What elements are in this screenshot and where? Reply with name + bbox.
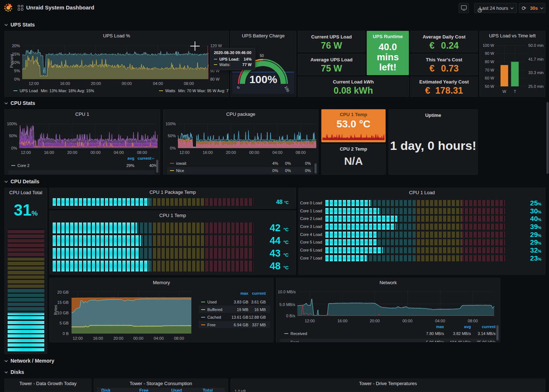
panel-cpu1-package-temp: CPU 1 Package Temp 48 °C	[49, 188, 296, 209]
panel-title[interactable]: CPU package	[174, 111, 307, 117]
legend-series-name[interactable]: iowait	[176, 161, 186, 166]
panel-ups-load: UPS Load % Percent 20% 15% 10% 5% 0% 120…	[4, 31, 229, 97]
stat-label[interactable]: Current Load kWh	[300, 79, 407, 85]
chevron-down-icon	[5, 23, 8, 26]
legend-series-name[interactable]: Free	[207, 323, 216, 327]
series-color-dash	[201, 309, 205, 310]
temp-bargauge	[53, 248, 253, 259]
panel-cpu2-temp: CPU 2 Temp N/A	[321, 144, 386, 175]
x-tick: 20:00	[65, 150, 80, 155]
gauge-tick: 100	[284, 85, 290, 93]
stat-label[interactable]: CPU 1 Temp	[323, 112, 384, 117]
stat-label[interactable]: Uptime	[390, 113, 476, 118]
panel-title[interactable]: CPU 1 Temp	[61, 213, 285, 218]
y-tick: 0%	[166, 146, 176, 150]
refresh-button[interactable]: ⟳	[519, 3, 529, 13]
legend-series-name[interactable]: Cached	[207, 315, 221, 319]
panel-drive-temperatures: Tower - Drive Temperatures 1.0 kB	[231, 379, 545, 392]
stat-label[interactable]: CPU 2 Temp	[323, 146, 384, 152]
panel-title[interactable]: CPU 1	[16, 111, 149, 117]
core-label: Core 0 Load	[299, 200, 322, 206]
panel-title[interactable]: Memory	[61, 280, 262, 285]
panel-current-load-kwh: Current Load kWh 0.08 kWh	[298, 77, 409, 97]
legend-series-name[interactable]: UPS Load	[20, 89, 38, 93]
legend-item: iowait	[170, 161, 186, 166]
stat-label[interactable]: Estimated Yearly Cost	[412, 79, 476, 85]
legend-series-name[interactable]: Used	[207, 300, 217, 304]
panel-title[interactable]: CPU 1 Load	[310, 190, 534, 195]
page-scrollbar[interactable]	[546, 102, 549, 174]
legend-series-name[interactable]: Watts	[165, 89, 175, 93]
apps-grid-icon[interactable]	[18, 5, 23, 11]
stat-label[interactable]: This Year's Cost	[412, 57, 476, 62]
legend-header-max[interactable]: max	[419, 324, 444, 329]
x-tick: 20:00	[89, 81, 103, 86]
refresh-interval-picker[interactable]: 30s	[529, 3, 545, 13]
core-value: 40%	[517, 216, 541, 223]
section-cpu-stats[interactable]: CPU Stats	[4, 100, 35, 106]
tv-mode-button[interactable]	[459, 3, 469, 13]
table-header-disk[interactable]: Disk	[101, 388, 116, 392]
table-header-used[interactable]: Used	[164, 388, 182, 392]
y-tick: 90 W	[480, 51, 494, 56]
legend-item: Cached	[201, 315, 221, 320]
panel-title[interactable]: CPU 1 Package Temp	[61, 189, 285, 195]
legend-scrollbar[interactable]	[156, 160, 158, 173]
dashboard-title[interactable]: Unraid System Dashboard	[26, 4, 94, 11]
core-load-bargauge	[325, 224, 505, 230]
stat-label[interactable]: Average Daily Cost	[412, 34, 476, 40]
legend-item: Nice	[170, 168, 184, 173]
panel-title[interactable]: Tower - Drive Temperatures	[242, 381, 534, 386]
legend-header-current[interactable]: current	[240, 291, 266, 296]
stat-label[interactable]: UPS Runtime	[369, 34, 407, 39]
legend-current-value: 25.06 kB/s	[470, 340, 496, 342]
legend-header-avg[interactable]: avg	[110, 156, 134, 161]
y-tick: 60 W	[480, 76, 494, 80]
legend-series-name[interactable]: Received	[290, 331, 307, 336]
panel-network: Network 10.0 MB/s 5.0 MB/s 0 B/s 12:00 1…	[276, 278, 500, 342]
table-header-free[interactable]: Free	[130, 388, 149, 392]
legend-current-value: 3.14 MB/s	[470, 331, 496, 336]
x-tick: 04:00	[111, 150, 126, 155]
core-value: 32%	[517, 247, 541, 254]
section-network-memory[interactable]: Network / Memory	[4, 358, 54, 364]
stat-label[interactable]: Current UPS Load	[300, 34, 363, 40]
legend-series-name[interactable]: Buffered	[207, 307, 222, 312]
time-range-picker[interactable]: Last 24 hours	[474, 3, 517, 13]
panel-average-ups-load: Average UPS Load 75 W	[298, 54, 365, 75]
panel-title[interactable]: Network	[287, 280, 489, 285]
section-ups-stats[interactable]: UPS Stats	[4, 22, 35, 28]
y-tick-right: 120 W	[210, 44, 227, 48]
stat-label[interactable]: Average UPS Load	[300, 57, 363, 62]
panel-title[interactable]: Tower - Storage Consumption	[105, 381, 217, 386]
legend-row-stripe	[167, 167, 313, 174]
legend-header-avg[interactable]: avg	[446, 324, 471, 329]
table-header-total[interactable]: Total	[195, 388, 213, 392]
panel-title[interactable]: UPS Load vs Time left	[483, 33, 542, 38]
legend-current-value: 337 MB	[240, 322, 266, 327]
section-disks[interactable]: Disks	[4, 369, 24, 375]
legend-header-current[interactable]: current	[470, 324, 496, 329]
stat-value: €0.73	[411, 63, 477, 74]
legend-series-name[interactable]: Nice	[176, 168, 184, 173]
x-tick: 04:00	[433, 319, 447, 323]
x-tick: 16:00	[335, 319, 350, 323]
core-label: Core 6 Load	[299, 247, 322, 253]
stat-value: 75 W	[298, 63, 365, 74]
legend-series-name[interactable]: Core 2	[17, 163, 29, 168]
legend-scrollbar[interactable]	[314, 163, 317, 173]
stat-value: 0.08 kWh	[298, 85, 408, 96]
legend-scrollbar[interactable]	[496, 325, 499, 340]
temp-bargauge	[53, 235, 253, 246]
section-cpu-details[interactable]: CPU Details	[4, 179, 39, 184]
panel-title[interactable]: UPS Load %	[16, 33, 217, 38]
legend-current-value: 16 MB	[240, 307, 266, 312]
panel-title[interactable]: CPU Load Total	[7, 190, 45, 195]
x-tick: 00:00	[88, 150, 103, 155]
legend-series-name[interactable]: Sent	[290, 340, 299, 342]
panel-title[interactable]: Tower - Data Growth Today	[8, 381, 88, 386]
series-color-dash	[159, 90, 163, 91]
series-color-dash	[284, 342, 288, 342]
legend-header-current[interactable]: current	[134, 156, 155, 161]
series-color-dash	[13, 90, 17, 91]
